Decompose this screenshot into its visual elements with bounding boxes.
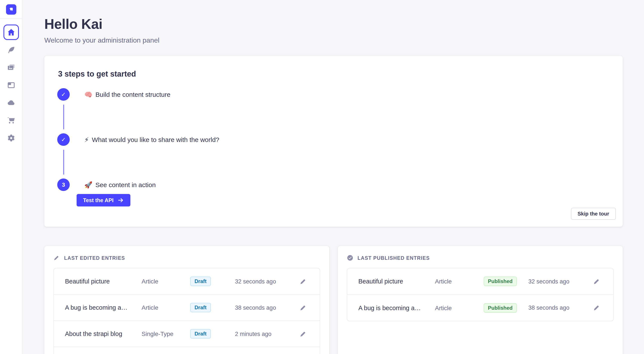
layout-icon [7,81,15,89]
brain-emoji-icon: 🧠 [84,90,92,98]
step-1-status-badge: ✓ [57,88,70,101]
strapi-logo[interactable] [6,4,16,14]
status-badge: Draft [190,303,211,312]
edit-entry-button[interactable] [592,303,601,312]
step-1-label: 🧠Build the content structure [84,90,170,98]
sidebar-logo-section [0,0,22,19]
table-row[interactable]: About the strapi blog Single-Type Draft … [54,321,320,347]
pencil-icon [300,278,307,285]
pencil-icon [300,304,307,311]
table-row[interactable]: Beautiful picture Article Published 32 s… [347,268,613,295]
last-edited-title: LAST EDITED ENTRIES [64,255,125,261]
sidebar-item-content-manager[interactable] [3,42,19,58]
gear-icon [7,134,15,142]
test-the-api-button[interactable]: Test the API [76,194,130,206]
pencil-icon [593,304,600,312]
onboarding-card: 3 steps to get started ✓ 🧠Build the cont… [44,56,622,227]
edit-entry-button[interactable] [592,277,601,286]
step-2-status-badge: ✓ [57,133,70,146]
sidebar-item-media-library[interactable] [3,60,19,75]
widgets-grid: LAST EDITED ENTRIES Beautiful picture Ar… [44,246,622,354]
sidebar-item-marketplace[interactable] [3,113,19,128]
sidebar-item-settings[interactable] [3,130,19,146]
step-3-number-badge: 3 [57,179,70,191]
last-edited-header: LAST EDITED ENTRIES [53,255,320,261]
sidebar-item-home[interactable] [3,24,19,40]
edit-entry-button[interactable] [299,303,308,312]
table-row[interactable]: Beautiful picture Article Draft 32 secon… [54,268,320,295]
step-connector [63,150,64,175]
last-published-title: LAST PUBLISHED ENTRIES [358,255,430,261]
step-row-2: ✓ ⚡What would you like to share with the… [57,133,609,146]
sidebar-nav [0,19,22,148]
status-badge: Published [484,303,517,313]
page-subtitle: Welcome to your administration panel [44,35,622,46]
step-3-label: 🚀See content in action [84,181,156,189]
cart-icon [7,116,15,125]
onboarding-steps: ✓ 🧠Build the content structure ✓ ⚡What w… [57,88,609,206]
arrow-right-icon [118,197,124,203]
strapi-logo-icon [6,4,16,14]
onboarding-title: 3 steps to get started [58,69,609,79]
table-row[interactable]: A bug is becoming a… Article Draft 38 se… [54,295,320,321]
last-published-entries-widget: LAST PUBLISHED ENTRIES Beautiful picture… [338,246,623,354]
pencil-icon [53,255,60,261]
step-row-1: ✓ 🧠Build the content structure [57,88,609,101]
sidebar-item-content-type-builder[interactable] [3,77,19,93]
cloud-icon [7,98,15,107]
app-window: Hello Kai Welcome to your administration… [0,0,644,354]
check-circle-icon [347,255,353,261]
feather-icon [7,46,15,54]
main-content: Hello Kai Welcome to your administration… [22,15,644,354]
home-icon [7,28,15,36]
page-title: Hello Kai [44,15,622,33]
edit-entry-button[interactable] [299,329,308,338]
step-2-label: ⚡What would you like to share with the w… [84,136,219,143]
pencil-icon [300,330,307,338]
edit-entry-button[interactable] [299,277,308,286]
sidebar [0,0,22,354]
status-badge: Published [484,277,517,286]
rocket-emoji-icon: 🚀 [84,181,92,188]
pencil-icon [593,278,600,285]
last-published-table: Beautiful picture Article Published 32 s… [347,268,614,321]
last-edited-table: Beautiful picture Article Draft 32 secon… [53,268,320,354]
step-row-3: 3 🚀See content in action [57,179,609,191]
step-connector [63,104,64,129]
lightning-emoji-icon: ⚡ [84,136,89,143]
media-icon [7,63,15,72]
last-edited-entries-widget: LAST EDITED ENTRIES Beautiful picture Ar… [44,246,329,354]
status-badge: Draft [190,277,211,286]
last-published-header: LAST PUBLISHED ENTRIES [347,255,614,261]
table-row[interactable]: A bug is becoming a… Article Published 3… [347,295,613,321]
skip-the-tour-button[interactable]: Skip the tour [571,208,616,220]
status-badge: Draft [190,329,211,339]
sidebar-item-cloud[interactable] [3,95,19,110]
